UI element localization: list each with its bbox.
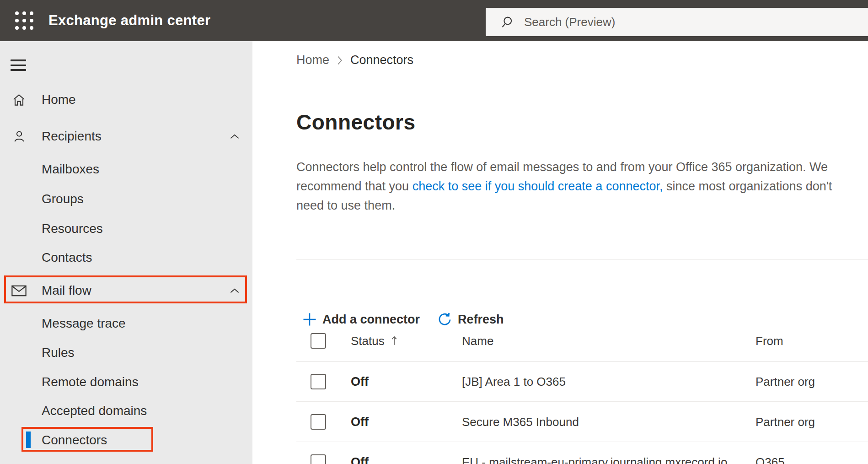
search-input[interactable] <box>524 15 817 29</box>
sidebar-item-label: Groups <box>42 192 84 206</box>
sidebar-item-groups[interactable]: Groups <box>0 184 252 214</box>
mail-icon <box>11 285 27 297</box>
sidebar-item-label: Connectors <box>42 433 107 448</box>
top-app-bar: Exchange admin center <box>0 0 868 41</box>
sort-ascending-icon <box>391 335 397 346</box>
sidebar-item-label: Message trace <box>42 316 126 331</box>
sidebar-item-resources[interactable]: Resources <box>0 214 252 243</box>
sidebar-item-label: Recipients <box>42 129 102 144</box>
connector-from: Partner org <box>755 415 815 429</box>
table-row[interactable]: Off Secure M365 Inbound Partner org <box>296 402 868 442</box>
sidebar-item-label: Home <box>42 92 76 107</box>
breadcrumb-current: Connectors <box>350 53 413 67</box>
sidebar-item-mailboxes[interactable]: Mailboxes <box>0 155 252 184</box>
connector-name[interactable]: EU - mailstream-eu-primary.journaling.mx… <box>462 455 727 464</box>
table-row[interactable]: Off [JB] Area 1 to O365 Partner org <box>296 361 868 402</box>
sidebar-item-label: Mail flow <box>42 283 91 298</box>
connector-status: Off <box>351 374 369 388</box>
table-header-row: Status Name From <box>296 320 868 361</box>
menu-icon[interactable] <box>11 56 26 74</box>
page-title: Connectors <box>296 110 416 135</box>
sidebar-item-contacts[interactable]: Contacts <box>0 243 252 272</box>
breadcrumb-home-link[interactable]: Home <box>296 53 329 67</box>
sidebar-item-label: Remote domains <box>42 375 139 389</box>
person-icon <box>11 129 27 143</box>
chevron-up-icon[interactable] <box>230 134 240 140</box>
row-checkbox[interactable] <box>311 414 326 430</box>
connector-name[interactable]: Secure M365 Inbound <box>462 415 579 429</box>
column-header-status[interactable]: Status <box>351 334 397 348</box>
toolbar-divider <box>296 259 868 259</box>
waffle-icon[interactable] <box>15 11 34 31</box>
main-content: Home Connectors Connectors Connectors he… <box>252 41 868 464</box>
sidebar-item-rules[interactable]: Rules <box>0 338 252 367</box>
chevron-up-icon[interactable] <box>230 288 240 294</box>
sidebar-item-remote-domains[interactable]: Remote domains <box>0 367 252 397</box>
sidebar-item-message-trace[interactable]: Message trace <box>0 309 252 338</box>
connector-from: O365 <box>755 455 785 464</box>
row-checkbox[interactable] <box>311 374 326 389</box>
sidebar-item-label: Accepted domains <box>42 404 147 418</box>
sidebar-item-label: Resources <box>42 221 103 236</box>
connector-from: Partner org <box>755 374 815 388</box>
table-row[interactable]: Off EU - mailstream-eu-primary.journalin… <box>296 442 868 464</box>
sidebar-item-recipients[interactable]: Recipients <box>0 122 252 151</box>
select-all-checkbox[interactable] <box>311 333 326 349</box>
app-title[interactable]: Exchange admin center <box>48 0 210 41</box>
create-connector-check-link[interactable]: check to see if you should create a conn… <box>413 179 663 193</box>
connector-status: Off <box>351 455 369 464</box>
row-checkbox[interactable] <box>311 454 326 464</box>
breadcrumb: Home Connectors <box>296 53 413 67</box>
chevron-right-icon <box>337 55 343 65</box>
sidebar-item-label: Contacts <box>42 250 92 265</box>
sidebar-item-home[interactable]: Home <box>0 85 252 114</box>
sidebar-item-accepted-domains[interactable]: Accepted domains <box>0 396 252 426</box>
status-header-label: Status <box>351 334 385 348</box>
page-description: Connectors help control the flow of emai… <box>296 157 859 215</box>
connector-name[interactable]: [JB] Area 1 to O365 <box>462 374 566 388</box>
search-icon <box>500 15 514 29</box>
column-header-from[interactable]: From <box>755 334 783 348</box>
sidebar-item-mail-flow[interactable]: Mail flow <box>0 276 252 305</box>
home-icon <box>11 93 27 107</box>
column-header-name[interactable]: Name <box>462 334 493 348</box>
sidebar-item-connectors[interactable]: Connectors <box>0 426 252 455</box>
sidebar-navigation: Home Recipients Mailboxes Groups Resourc… <box>0 41 252 464</box>
sidebar-item-label: Mailboxes <box>42 162 99 177</box>
sidebar-item-label: Rules <box>42 345 75 360</box>
search-box[interactable] <box>486 8 868 36</box>
connector-status: Off <box>351 415 369 429</box>
